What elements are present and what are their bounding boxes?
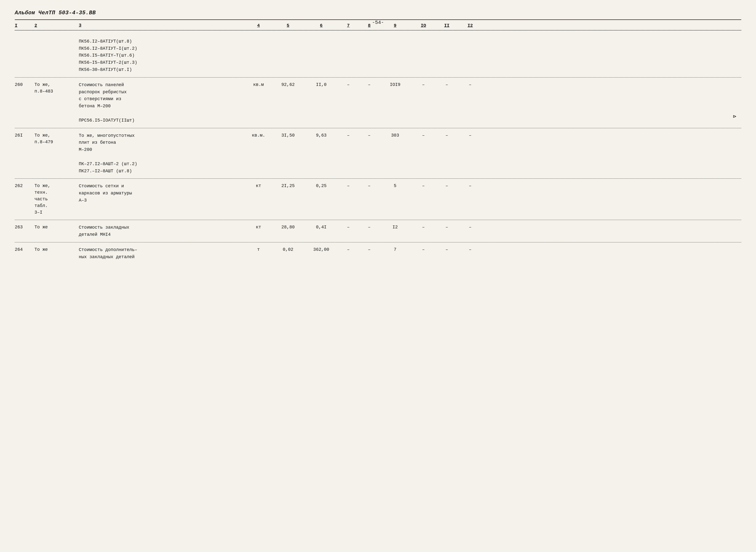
row-val12: – [458,224,483,231]
row-val9: IOI9 [379,82,411,88]
row-ref: То же [34,246,79,253]
row-id: 262 [15,182,34,189]
row-val8: – [359,246,379,253]
col-header-12: I2 [458,22,483,29]
side-mark: ⊳ [733,113,736,120]
page-number: -54- [372,20,384,25]
col-header-7: 7 [337,22,359,29]
row-id: 264 [15,246,34,253]
row-val7: – [337,82,359,88]
col-header-11: II [436,22,458,29]
row-val9: 5 [379,182,411,189]
row-val6: II,0 [305,82,337,88]
row-desc: Стоимость панелей распорок ребристых с о… [79,82,246,124]
row-val5: 92,62 [271,82,305,88]
row-val6: 362,00 [305,246,337,253]
row-id: 263 [15,224,34,231]
row-val11: – [436,246,458,253]
row-desc: То же, многопустотных плит из бетона М–2… [79,132,246,175]
row-val12: – [458,82,483,88]
row-val6: 0,25 [305,182,337,189]
row-val12: – [458,132,483,139]
row-unit: кв.м [246,82,271,88]
row-ref: То же, п.8–483 [34,82,79,95]
table-body: ПК56.I2–8АТIУТ(шт.8) ПК56.I2–8АТIУТ–I(шт… [15,35,741,263]
row-ref: То же [34,224,79,231]
row-val5: 0,02 [271,246,305,253]
row-val10: – [411,246,436,253]
row-val6: 0,4I [305,224,337,231]
row-val9: 7 [379,246,411,253]
col-header-2: 2 [34,22,79,29]
row-val7: – [337,224,359,231]
row-val8: – [359,82,379,88]
album-title: Альбом ЧелТП 503-4-35.ВВ [15,10,96,16]
col-header-6: 6 [305,22,337,29]
row-val11: – [436,82,458,88]
row-val5: 3I,50 [271,132,305,139]
row-desc: Стоимость дополнитель– ных закладных дет… [79,246,246,261]
row-val5: 28,80 [271,224,305,231]
row-unit: кт [246,224,271,231]
table-row: 26I То же, п.8–479 То же, многопустотных… [15,130,741,177]
row-val8: – [359,132,379,139]
row-val8: – [359,182,379,189]
row-unit: кт [246,182,271,189]
row-ref: То же, техн. часть табл. 3–I [34,182,79,216]
row-val10: – [411,132,436,139]
table-row: 262 То же, техн. часть табл. 3–I Стоимос… [15,180,741,218]
row-unit: т [246,246,271,253]
row-id: 26I [15,132,34,139]
row-val7: – [337,246,359,253]
row-val8: – [359,224,379,231]
row-ref: То же, п.8–479 [34,132,79,145]
row-desc: Стоимость сетки и каркасов из арматуры А… [79,182,246,204]
row-val11: – [436,182,458,189]
row-val5: 2I,25 [271,182,305,189]
row-desc: ПК56.I2–8АТIУТ(шт.8) ПК56.I2–8АТIУТ–I(шт… [79,38,246,73]
row-val12: – [458,182,483,189]
row-val11: – [436,132,458,139]
row-val10: – [411,82,436,88]
row-val10: – [411,182,436,189]
row-val11: – [436,224,458,231]
row-val10: – [411,224,436,231]
row-val9: 303 [379,132,411,139]
row-unit: кв.м. [246,132,271,139]
row-val9: I2 [379,224,411,231]
col-header-3: 3 [79,22,246,29]
col-header-1: I [15,22,34,29]
row-id: 260 [15,82,34,88]
table-row: 264 То же Стоимость дополнитель– ных зак… [15,244,741,263]
row-val6: 9,63 [305,132,337,139]
row-desc: Стоимость закладных деталей МНI4 [79,224,246,238]
col-header-5: 5 [271,22,305,29]
col-header-4: 4 [246,22,271,29]
table-row: 260 То же, п.8–483 Стоимость панелей рас… [15,79,741,127]
row-val12: – [458,246,483,253]
row-val7: – [337,132,359,139]
table-row: 263 То же Стоимость закладных деталей МН… [15,222,741,241]
col-header-10: IO [411,22,436,29]
row-val7: – [337,182,359,189]
table-row: ПК56.I2–8АТIУТ(шт.8) ПК56.I2–8АТIУТ–I(шт… [15,35,741,76]
